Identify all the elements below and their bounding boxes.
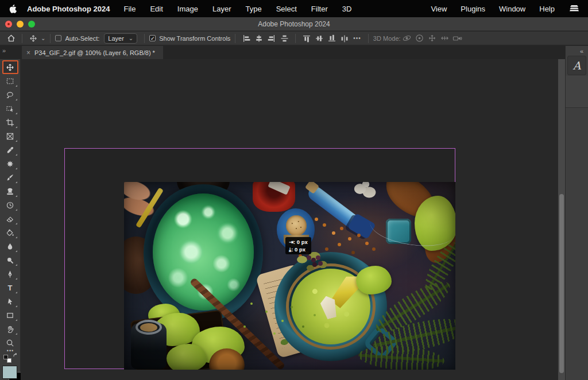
minimize-window-button[interactable] (17, 21, 24, 28)
auto-select-label: Auto-Select: (65, 35, 99, 42)
tools-panel: T ••• (0, 59, 21, 380)
character-panel-icon[interactable]: A (567, 56, 586, 75)
menu-plugins[interactable]: Plugins (461, 5, 485, 13)
photoshop-app: Adobe Photoshop 2024 File Edit Image Lay… (0, 0, 588, 380)
document-tab-bar: » × P34_GIF_2.gif @ 100% (Layer 6, RGB/8… (0, 46, 565, 59)
align-vertical-centers-icon[interactable] (253, 33, 265, 44)
auto-select-target-dropdown[interactable]: Layer ⌄ (104, 33, 137, 44)
document-image[interactable] (124, 182, 455, 370)
menu-edit[interactable]: Edit (150, 5, 163, 13)
eyedropper-tool[interactable] (2, 143, 18, 157)
document-tab-title: P34_GIF_2.gif @ 100% (Layer 6, RGB/8) * (34, 49, 155, 56)
eraser-tool[interactable] (2, 212, 18, 226)
zoom-window-button[interactable] (28, 21, 35, 28)
move-dx-label: ⇥: (289, 238, 295, 246)
dock-collapse-icon[interactable]: « (580, 48, 583, 55)
auto-select-target-value: Layer (108, 35, 124, 42)
swap-colors-icon[interactable] (13, 350, 19, 360)
distribute-horizontal-icon[interactable] (338, 33, 351, 44)
menubar-right: View Plugins Window Help (431, 3, 580, 14)
tool-options-bar: ⌄ Auto-Select: Layer ⌄ ✓ Show Transform … (0, 32, 588, 45)
path-selection-tool[interactable] (2, 294, 18, 308)
rectangular-marquee-tool[interactable] (2, 74, 18, 88)
camera-3d-icon (451, 33, 464, 44)
right-panel-dock: « A (565, 46, 588, 380)
home-icon[interactable] (5, 33, 17, 44)
vertical-scrollbar[interactable] (558, 59, 565, 380)
pan-3d-icon (426, 33, 439, 44)
document-tab[interactable]: × P34_GIF_2.gif @ 100% (Layer 6, RGB/8) … (22, 46, 163, 59)
chevron-down-icon[interactable]: ⌄ (41, 35, 45, 41)
menu-layer[interactable]: Layer (212, 5, 231, 13)
slide-3d-icon (439, 33, 451, 44)
distribute-vertical-icon[interactable] (278, 33, 291, 44)
history-brush-tool[interactable] (2, 198, 18, 212)
align-right-icon[interactable] (265, 33, 278, 44)
align-bottom-icon[interactable] (326, 33, 338, 44)
canvas-area[interactable]: ⇥: 0 px ⤓: 0 px (21, 59, 558, 380)
crop-tool[interactable] (2, 115, 18, 129)
blur-tool[interactable] (2, 239, 18, 253)
menu-window[interactable]: Window (499, 5, 525, 13)
toolbar-expand-icon[interactable]: » (0, 46, 21, 59)
color-swatches (0, 360, 21, 380)
window-title: Adobe Photoshop 2024 (0, 20, 588, 28)
paint-bucket-tool[interactable] (2, 226, 18, 239)
traffic-lights (5, 21, 35, 28)
move-distance-tooltip: ⇥: 0 px ⤓: 0 px (285, 237, 311, 254)
dodge-tool[interactable] (2, 253, 18, 267)
align-left-icon[interactable] (240, 33, 253, 44)
roll-3d-icon (413, 33, 426, 44)
menu-select[interactable]: Select (276, 5, 297, 13)
move-dx-value: 0 px (297, 238, 308, 246)
object-selection-tool[interactable] (2, 102, 18, 115)
move-dy-value: 0 px (295, 246, 305, 253)
spot-healing-brush-tool[interactable] (2, 157, 18, 170)
lasso-tool[interactable] (2, 88, 18, 102)
align-horizontal-centers-icon[interactable] (313, 33, 326, 44)
type-tool[interactable]: T (2, 281, 18, 294)
move-tool[interactable] (2, 60, 18, 74)
menu-view[interactable]: View (431, 5, 447, 13)
foreground-color-swatch[interactable] (2, 366, 17, 379)
move-tool-icon[interactable] (27, 33, 40, 44)
close-window-button[interactable] (5, 21, 12, 28)
show-transform-label: Show Transform Controls (159, 35, 230, 42)
chevron-down-icon: ⌄ (129, 35, 133, 41)
rectangle-tool[interactable] (2, 308, 18, 322)
align-top-icon[interactable] (300, 33, 313, 44)
brush-tool[interactable] (2, 170, 18, 184)
menu-help[interactable]: Help (539, 5, 555, 13)
move-dy-label: ⤓: (289, 246, 293, 253)
frame-tool[interactable] (2, 129, 18, 143)
show-transform-checkbox[interactable]: ✓ (149, 35, 156, 41)
window-title-bar[interactable]: Adobe Photoshop 2024 (0, 17, 588, 31)
dock-panel-group[interactable] (566, 76, 588, 108)
auto-select-checkbox[interactable] (55, 35, 61, 41)
menu-image[interactable]: Image (177, 5, 198, 13)
menu-3d[interactable]: 3D (342, 5, 352, 13)
tools-stack: T (0, 59, 20, 350)
default-foreground-chip (3, 355, 8, 359)
photo-vignette (124, 182, 455, 370)
menu-app-name[interactable]: Adobe Photoshop 2024 (27, 5, 110, 13)
hand-tool[interactable] (2, 322, 18, 336)
menu-filter[interactable]: Filter (311, 5, 328, 13)
clone-stamp-tool[interactable] (2, 184, 18, 198)
pen-tool[interactable] (2, 267, 18, 281)
close-tab-icon[interactable]: × (26, 49, 30, 57)
apple-menu-icon[interactable] (8, 4, 17, 14)
stacked-windows-icon[interactable] (568, 3, 580, 14)
orbit-3d-icon (401, 33, 413, 44)
menu-type[interactable]: Type (246, 5, 262, 13)
layer-bounds-outline (64, 148, 455, 369)
menu-file[interactable]: File (123, 5, 136, 13)
mode-3d-label: 3D Mode: (373, 35, 401, 42)
more-align-options-icon[interactable]: ••• (353, 35, 361, 41)
macos-menu-bar: Adobe Photoshop 2024 File Edit Image Lay… (0, 0, 588, 17)
vertical-scrollbar-thumb[interactable] (559, 194, 564, 373)
